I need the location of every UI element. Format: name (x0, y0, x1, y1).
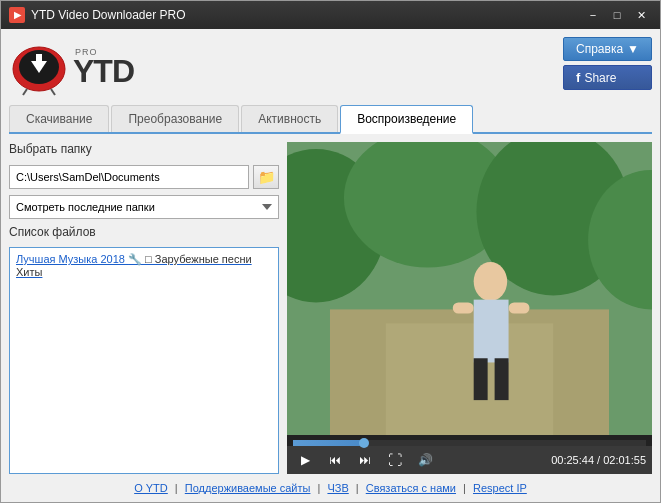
fastforward-button[interactable]: ⏭ (353, 450, 377, 470)
svg-rect-12 (386, 323, 553, 435)
svg-rect-17 (453, 302, 474, 313)
player-controls: ▶ ⏮ ⏭ ⛶ 🔊 00:25:44 / 02:01:55 (287, 446, 652, 474)
play-button[interactable]: ▶ (293, 450, 317, 470)
svg-rect-3 (36, 54, 42, 62)
maximize-button[interactable]: □ (606, 5, 628, 25)
separator-4: | (463, 482, 469, 494)
fullscreen-icon: ⛶ (388, 452, 402, 468)
separator-2: | (318, 482, 324, 494)
title-bar: ▶ YTD Video Downloader PRO − □ ✕ (1, 1, 660, 29)
logo-area: PRO YTD (9, 37, 134, 97)
fastforward-icon: ⏭ (359, 453, 371, 467)
logo-text: PRO YTD (73, 47, 134, 87)
footer-link-about[interactable]: О YTD (134, 482, 168, 494)
footer: О YTD | Поддерживаемые сайты | ЧЗВ | Свя… (9, 482, 652, 494)
close-button[interactable]: ✕ (630, 5, 652, 25)
tab-convert[interactable]: Преобразование (111, 105, 239, 132)
window-controls: − □ ✕ (582, 5, 652, 25)
help-label: Справка (576, 42, 623, 56)
progress-fill (293, 440, 364, 446)
tab-playback[interactable]: Воспроизведение (340, 105, 473, 134)
play-icon: ▶ (301, 453, 310, 467)
chevron-down-icon: ▼ (627, 42, 639, 56)
main-panel: Выбрать папку 📁 Смотреть последние папки… (9, 142, 652, 474)
folder-row: 📁 (9, 165, 279, 189)
app-icon: ▶ (9, 7, 25, 23)
folder-icon: 📁 (258, 169, 275, 185)
svg-rect-16 (495, 358, 509, 400)
footer-link-supported[interactable]: Поддерживаемые сайты (185, 482, 311, 494)
top-buttons: Справка ▼ f Share (563, 37, 652, 90)
ytd-label: YTD (73, 55, 134, 87)
rewind-icon: ⏮ (329, 453, 341, 467)
recent-folders-wrapper: Смотреть последние папки (9, 195, 279, 219)
recent-folders-select[interactable]: Смотреть последние папки (9, 195, 279, 219)
list-item[interactable]: Лучшая Музыка 2018 🔧 □ Зарубежные песни … (14, 252, 274, 279)
video-container (287, 142, 652, 435)
svg-line-4 (23, 89, 27, 95)
tabs-bar: Скачивание Преобразование Активность Вос… (9, 105, 652, 134)
progress-area (287, 435, 652, 446)
browse-button[interactable]: 📁 (253, 165, 279, 189)
svg-line-5 (51, 89, 55, 95)
video-preview (287, 142, 652, 435)
top-bar: PRO YTD Справка ▼ f Share (9, 37, 652, 97)
app-window: ▶ YTD Video Downloader PRO − □ ✕ (0, 0, 661, 503)
svg-point-13 (474, 262, 507, 301)
share-label: Share (584, 71, 616, 85)
footer-link-faq[interactable]: ЧЗВ (327, 482, 348, 494)
share-button[interactable]: f Share (563, 65, 652, 90)
progress-thumb[interactable] (359, 438, 369, 448)
progress-bar[interactable] (293, 440, 646, 446)
footer-link-respect[interactable]: Respect IP (473, 482, 527, 494)
left-panel: Выбрать папку 📁 Смотреть последние папки… (9, 142, 279, 474)
right-panel: ▶ ⏮ ⏭ ⛶ 🔊 00:25:44 / 02:01:55 (287, 142, 652, 474)
rewind-button[interactable]: ⏮ (323, 450, 347, 470)
volume-icon: 🔊 (418, 453, 433, 467)
svg-rect-18 (509, 302, 530, 313)
tab-activity[interactable]: Активность (241, 105, 338, 132)
files-label: Список файлов (9, 225, 279, 239)
content-area: PRO YTD Справка ▼ f Share Скачивание (1, 29, 660, 502)
logo-icon (9, 37, 69, 97)
separator-1: | (175, 482, 181, 494)
volume-button[interactable]: 🔊 (413, 450, 437, 470)
help-button[interactable]: Справка ▼ (563, 37, 652, 61)
fullscreen-button[interactable]: ⛶ (383, 450, 407, 470)
footer-link-contact[interactable]: Связаться с нами (366, 482, 456, 494)
svg-rect-15 (474, 358, 488, 400)
window-title: YTD Video Downloader PRO (31, 8, 582, 22)
time-display: 00:25:44 / 02:01:55 (551, 454, 646, 466)
folder-label: Выбрать папку (9, 142, 279, 156)
facebook-icon: f (576, 70, 580, 85)
svg-rect-14 (474, 300, 509, 363)
file-list[interactable]: Лучшая Музыка 2018 🔧 □ Зарубежные песни … (9, 247, 279, 474)
tab-download[interactable]: Скачивание (9, 105, 109, 132)
folder-input[interactable] (9, 165, 249, 189)
file-name: Лучшая Музыка 2018 (16, 253, 125, 265)
separator-3: | (356, 482, 362, 494)
minimize-button[interactable]: − (582, 5, 604, 25)
